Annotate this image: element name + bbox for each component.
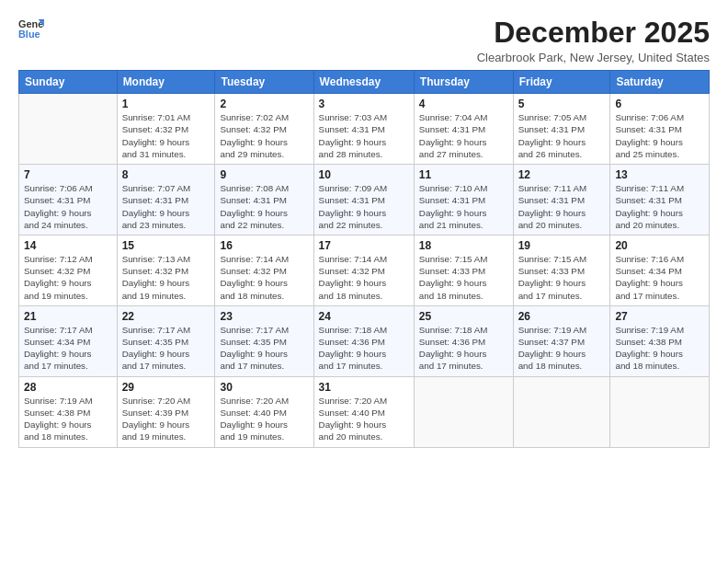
calendar-week-1: 1Sunrise: 7:01 AMSunset: 4:32 PMDaylight… — [19, 94, 710, 165]
day-info: Sunrise: 7:18 AMSunset: 4:36 PMDaylight:… — [419, 324, 508, 373]
calendar-cell: 10Sunrise: 7:09 AMSunset: 4:31 PMDayligh… — [313, 165, 414, 236]
calendar-cell — [19, 94, 118, 165]
calendar-cell: 4Sunrise: 7:04 AMSunset: 4:31 PMDaylight… — [414, 94, 513, 165]
day-info: Sunrise: 7:09 AMSunset: 4:31 PMDaylight:… — [319, 182, 409, 231]
day-number: 29 — [122, 381, 210, 394]
day-number: 26 — [518, 310, 606, 323]
day-number: 10 — [319, 168, 409, 181]
day-number: 14 — [24, 239, 112, 252]
day-info: Sunrise: 7:05 AMSunset: 4:31 PMDaylight:… — [518, 111, 606, 160]
calendar-cell: 22Sunrise: 7:17 AMSunset: 4:35 PMDayligh… — [117, 305, 215, 376]
calendar-cell: 19Sunrise: 7:15 AMSunset: 4:33 PMDayligh… — [513, 235, 610, 305]
day-info: Sunrise: 7:17 AMSunset: 4:35 PMDaylight:… — [122, 324, 210, 373]
day-info: Sunrise: 7:20 AMSunset: 4:39 PMDaylight:… — [122, 395, 210, 443]
day-number: 25 — [419, 310, 508, 323]
location: Clearbrook Park, New Jersey, United Stat… — [477, 51, 710, 64]
calendar-cell: 15Sunrise: 7:13 AMSunset: 4:32 PMDayligh… — [117, 235, 215, 305]
day-info: Sunrise: 7:19 AMSunset: 4:37 PMDaylight:… — [518, 324, 606, 373]
day-number: 13 — [615, 168, 704, 181]
header: General Blue December 2025 Clearbrook Pa… — [18, 17, 710, 64]
calendar-cell: 6Sunrise: 7:06 AMSunset: 4:31 PMDaylight… — [610, 94, 710, 165]
calendar-week-2: 7Sunrise: 7:06 AMSunset: 4:31 PMDaylight… — [19, 165, 710, 236]
day-number: 31 — [319, 381, 409, 394]
calendar-cell: 27Sunrise: 7:19 AMSunset: 4:38 PMDayligh… — [610, 305, 710, 376]
month-title: December 2025 — [477, 17, 710, 49]
calendar-cell — [513, 376, 610, 447]
day-info: Sunrise: 7:12 AMSunset: 4:32 PMDaylight:… — [24, 253, 112, 302]
calendar-cell: 12Sunrise: 7:11 AMSunset: 4:31 PMDayligh… — [513, 165, 610, 236]
day-info: Sunrise: 7:14 AMSunset: 4:32 PMDaylight:… — [319, 253, 409, 302]
day-info: Sunrise: 7:17 AMSunset: 4:34 PMDaylight:… — [24, 324, 112, 373]
calendar-week-3: 14Sunrise: 7:12 AMSunset: 4:32 PMDayligh… — [19, 235, 710, 305]
col-wednesday: Wednesday — [313, 71, 414, 94]
svg-text:Blue: Blue — [18, 29, 40, 40]
day-info: Sunrise: 7:06 AMSunset: 4:31 PMDaylight:… — [24, 182, 112, 231]
calendar-cell: 18Sunrise: 7:15 AMSunset: 4:33 PMDayligh… — [414, 235, 513, 305]
calendar-cell: 28Sunrise: 7:19 AMSunset: 4:38 PMDayligh… — [19, 376, 118, 447]
calendar-table: Sunday Monday Tuesday Wednesday Thursday… — [18, 70, 710, 447]
day-number: 8 — [122, 168, 210, 181]
day-number: 16 — [220, 239, 308, 252]
day-number: 15 — [122, 239, 210, 252]
calendar-cell: 16Sunrise: 7:14 AMSunset: 4:32 PMDayligh… — [215, 235, 313, 305]
calendar-cell: 29Sunrise: 7:20 AMSunset: 4:39 PMDayligh… — [117, 376, 215, 447]
calendar-cell: 13Sunrise: 7:11 AMSunset: 4:31 PMDayligh… — [610, 165, 710, 236]
col-monday: Monday — [117, 71, 215, 94]
calendar-cell: 1Sunrise: 7:01 AMSunset: 4:32 PMDaylight… — [117, 94, 215, 165]
day-info: Sunrise: 7:15 AMSunset: 4:33 PMDaylight:… — [419, 253, 508, 302]
day-number: 1 — [122, 98, 210, 110]
calendar-cell: 5Sunrise: 7:05 AMSunset: 4:31 PMDaylight… — [513, 94, 610, 165]
calendar-cell: 30Sunrise: 7:20 AMSunset: 4:40 PMDayligh… — [215, 376, 313, 447]
day-number: 20 — [615, 239, 704, 252]
day-number: 9 — [220, 168, 308, 181]
calendar-cell — [414, 376, 513, 447]
day-number: 5 — [518, 98, 606, 110]
calendar-cell: 21Sunrise: 7:17 AMSunset: 4:34 PMDayligh… — [19, 305, 118, 376]
col-friday: Friday — [513, 71, 610, 94]
day-info: Sunrise: 7:03 AMSunset: 4:31 PMDaylight:… — [319, 111, 409, 160]
calendar-cell: 7Sunrise: 7:06 AMSunset: 4:31 PMDaylight… — [19, 165, 118, 236]
day-info: Sunrise: 7:11 AMSunset: 4:31 PMDaylight:… — [615, 182, 704, 231]
calendar-cell: 31Sunrise: 7:20 AMSunset: 4:40 PMDayligh… — [313, 376, 414, 447]
calendar-cell: 17Sunrise: 7:14 AMSunset: 4:32 PMDayligh… — [313, 235, 414, 305]
day-number: 23 — [220, 310, 308, 323]
title-block: December 2025 Clearbrook Park, New Jerse… — [477, 17, 710, 64]
day-info: Sunrise: 7:10 AMSunset: 4:31 PMDaylight:… — [419, 182, 508, 231]
day-info: Sunrise: 7:13 AMSunset: 4:32 PMDaylight:… — [122, 253, 210, 302]
day-number: 17 — [319, 239, 409, 252]
col-saturday: Saturday — [610, 71, 710, 94]
calendar-cell — [610, 376, 710, 447]
day-number: 24 — [319, 310, 409, 323]
day-number: 21 — [24, 310, 112, 323]
day-info: Sunrise: 7:18 AMSunset: 4:36 PMDaylight:… — [319, 324, 409, 373]
day-number: 2 — [220, 98, 308, 110]
header-row: Sunday Monday Tuesday Wednesday Thursday… — [19, 71, 710, 94]
calendar-cell: 20Sunrise: 7:16 AMSunset: 4:34 PMDayligh… — [610, 235, 710, 305]
day-info: Sunrise: 7:01 AMSunset: 4:32 PMDaylight:… — [122, 111, 210, 160]
day-info: Sunrise: 7:04 AMSunset: 4:31 PMDaylight:… — [419, 111, 508, 160]
calendar-week-5: 28Sunrise: 7:19 AMSunset: 4:38 PMDayligh… — [19, 376, 710, 447]
day-number: 18 — [419, 239, 508, 252]
day-info: Sunrise: 7:07 AMSunset: 4:31 PMDaylight:… — [122, 182, 210, 231]
logo-icon: General Blue — [18, 17, 44, 42]
calendar-cell: 8Sunrise: 7:07 AMSunset: 4:31 PMDaylight… — [117, 165, 215, 236]
calendar-cell: 14Sunrise: 7:12 AMSunset: 4:32 PMDayligh… — [19, 235, 118, 305]
calendar-cell: 26Sunrise: 7:19 AMSunset: 4:37 PMDayligh… — [513, 305, 610, 376]
day-number: 11 — [419, 168, 508, 181]
day-number: 30 — [220, 381, 308, 394]
day-number: 27 — [615, 310, 704, 323]
calendar-cell: 24Sunrise: 7:18 AMSunset: 4:36 PMDayligh… — [313, 305, 414, 376]
day-info: Sunrise: 7:02 AMSunset: 4:32 PMDaylight:… — [220, 111, 308, 160]
day-number: 22 — [122, 310, 210, 323]
day-number: 28 — [24, 381, 112, 394]
logo: General Blue — [18, 17, 44, 42]
day-info: Sunrise: 7:06 AMSunset: 4:31 PMDaylight:… — [615, 111, 704, 160]
calendar-cell: 25Sunrise: 7:18 AMSunset: 4:36 PMDayligh… — [414, 305, 513, 376]
day-info: Sunrise: 7:19 AMSunset: 4:38 PMDaylight:… — [24, 395, 112, 443]
day-number: 19 — [518, 239, 606, 252]
day-number: 4 — [419, 98, 508, 110]
day-number: 3 — [319, 98, 409, 110]
day-info: Sunrise: 7:14 AMSunset: 4:32 PMDaylight:… — [220, 253, 308, 302]
col-thursday: Thursday — [414, 71, 513, 94]
day-info: Sunrise: 7:19 AMSunset: 4:38 PMDaylight:… — [615, 324, 704, 373]
